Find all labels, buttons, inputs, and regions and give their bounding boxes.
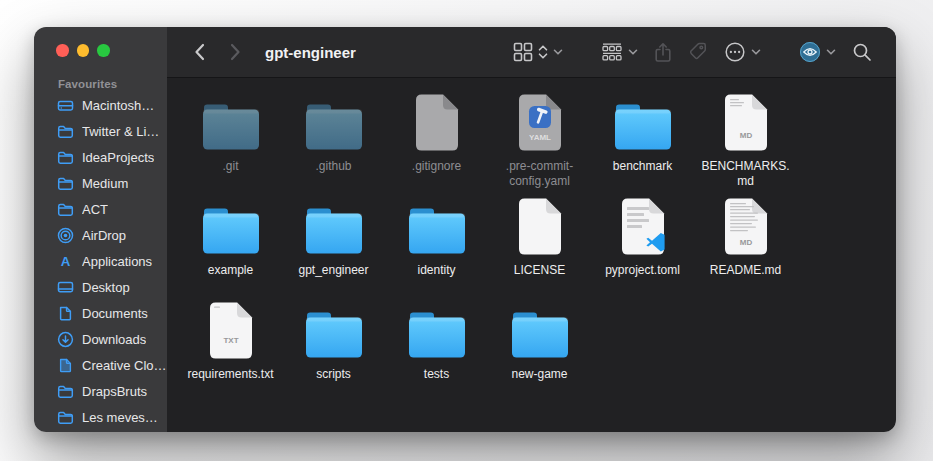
sidebar-item-drapsbruts[interactable]: DrapsBruts [34, 379, 167, 405]
toolbar: gpt-engineer [167, 27, 896, 78]
window-title: gpt-engineer [265, 44, 356, 61]
desktop-background: { "window": { "traffic_lights": { "close… [0, 0, 933, 461]
file-benchmark[interactable]: benchmark [591, 86, 694, 190]
file-label: BENCHMARKS.md [698, 159, 794, 189]
svg-text:YAML: YAML [529, 133, 551, 142]
folder-icon [57, 201, 74, 218]
folder-icon [57, 383, 74, 400]
sidebar-item-applications[interactable]: AApplications [34, 249, 167, 275]
folder-icon [57, 123, 74, 140]
svg-text:MD: MD [739, 131, 752, 140]
hard-drive-icon [57, 97, 74, 114]
file-scripts[interactable]: scripts [282, 294, 385, 398]
file-gpt-engineer[interactable]: gpt_engineer [282, 190, 385, 294]
applications-icon: A [57, 253, 74, 270]
sidebar-item-medium[interactable]: Medium [34, 171, 167, 197]
more-actions-icon [724, 41, 746, 63]
file-pre-commit-config-yaml[interactable]: YAML.pre-commit-config.yaml [488, 86, 591, 190]
file-label: .gitignore [412, 159, 461, 174]
document-icon [412, 86, 462, 154]
file-license[interactable]: LICENSE [488, 190, 591, 294]
back-button[interactable] [187, 38, 211, 66]
group-by-icon [601, 43, 623, 61]
sidebar-item-les-meves[interactable]: Les meves… [34, 405, 167, 431]
icon-view-grid-button[interactable] [513, 42, 563, 62]
finder-window: Favourites Macintosh…Twitter & Li…IdeaPr… [34, 27, 896, 432]
eye-extension-icon [799, 41, 821, 63]
sidebar-item-label: Creative Clo… [82, 358, 167, 373]
forward-button [223, 38, 247, 66]
icon-view-grid-icon [513, 42, 548, 62]
file-grid: .git .github .gitignore YAML.pre-commit-… [167, 78, 896, 432]
chevron-down-icon [751, 49, 761, 56]
sidebar-item-ideaprojects[interactable]: IdeaProjects [34, 145, 167, 171]
file-requirements-txt[interactable]: TXTrequirements.txt [179, 294, 282, 398]
chevron-right-icon [230, 43, 241, 61]
file-label: .git [222, 159, 238, 174]
document-icon: YAML [515, 86, 565, 154]
file-benchmarks-md[interactable]: MDBENCHMARKS.md [694, 86, 797, 190]
folder-icon [57, 409, 74, 426]
favourites-section-label: Favourites [58, 78, 167, 90]
chevron-down-icon [553, 49, 563, 56]
traffic-lights [34, 27, 167, 57]
file-github[interactable]: .github [282, 86, 385, 190]
zoom-button[interactable] [97, 44, 110, 57]
sidebar-item-documents[interactable]: Documents [34, 301, 167, 327]
file-label: scripts [316, 367, 351, 382]
share-icon [654, 42, 672, 63]
file-tests[interactable]: tests [385, 294, 488, 398]
sidebar-item-twitter-li[interactable]: Twitter & Li… [34, 119, 167, 145]
file-label: README.md [710, 263, 781, 278]
sidebar: Favourites Macintosh…Twitter & Li…IdeaPr… [34, 27, 167, 432]
document-icon: TXT [206, 294, 256, 362]
sidebar-item-label: AirDrop [82, 228, 126, 243]
svg-text:TXT: TXT [223, 336, 238, 345]
file-example[interactable]: example [179, 190, 282, 294]
folder-icon [198, 86, 264, 154]
document-icon [618, 190, 668, 258]
file-label: .github [315, 159, 351, 174]
sidebar-item-desktop[interactable]: Desktop [34, 275, 167, 301]
sidebar-item-label: Macintosh… [82, 98, 154, 113]
sidebar-item-label: IdeaProjects [82, 150, 154, 165]
file-readme-md[interactable]: MDREADME.md [694, 190, 797, 294]
close-button[interactable] [56, 44, 69, 57]
airdrop-icon [57, 227, 74, 244]
sidebar-item-downloads[interactable]: Downloads [34, 327, 167, 353]
group-by-button[interactable] [601, 43, 638, 61]
file-label: gpt_engineer [298, 263, 368, 278]
folder-icon [57, 175, 74, 192]
file-new-game[interactable]: new-game [488, 294, 591, 398]
file-pyproject-toml[interactable]: pyproject.toml [591, 190, 694, 294]
sidebar-item-macintosh[interactable]: Macintosh… [34, 93, 167, 119]
document-icon: MD [721, 86, 771, 154]
document-filled-icon [57, 357, 74, 374]
sidebar-item-act[interactable]: ACT [34, 197, 167, 223]
sidebar-item-airdrop[interactable]: AirDrop [34, 223, 167, 249]
main-pane: gpt-engineer .git .github .gitignore YAM… [167, 27, 896, 432]
folder-icon [301, 294, 367, 362]
chevron-down-icon [826, 49, 836, 56]
eye-extension-button[interactable] [799, 41, 836, 63]
document-icon [57, 305, 74, 322]
desktop-icon [57, 279, 74, 296]
more-actions-button[interactable] [724, 41, 761, 63]
chevron-down-icon [628, 49, 638, 56]
sidebar-item-label: Twitter & Li… [82, 124, 159, 139]
file-gitignore[interactable]: .gitignore [385, 86, 488, 190]
folder-icon [301, 190, 367, 258]
sidebar-item-creative-clo[interactable]: Creative Clo… [34, 353, 167, 379]
folder-icon [404, 190, 470, 258]
document-icon: MD [721, 190, 771, 258]
file-label: LICENSE [514, 263, 565, 278]
file-identity[interactable]: identity [385, 190, 488, 294]
minimize-button[interactable] [77, 44, 90, 57]
share-button [654, 42, 672, 63]
chevron-left-icon [194, 43, 205, 61]
sidebar-item-label: Documents [82, 306, 148, 321]
search-button[interactable] [852, 42, 872, 62]
file-git[interactable]: .git [179, 86, 282, 190]
document-icon [515, 190, 565, 258]
tag-icon [688, 42, 708, 62]
